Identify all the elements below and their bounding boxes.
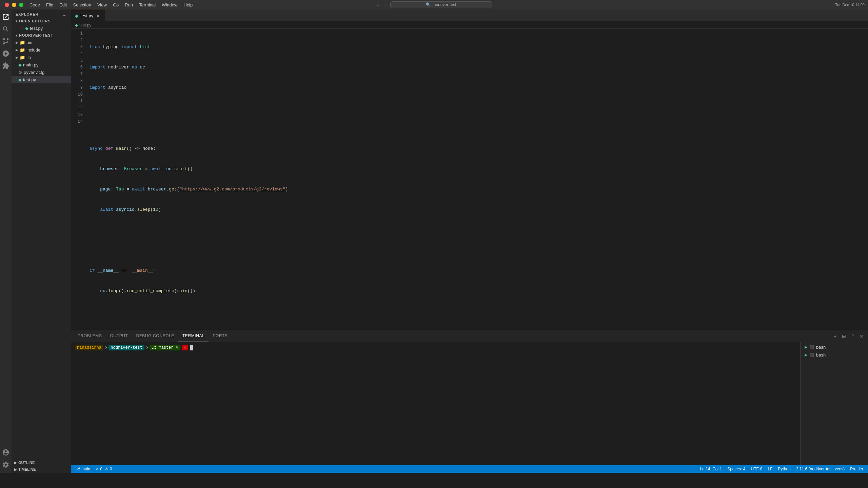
menu-go[interactable]: Go: [110, 2, 121, 8]
timeline-section[interactable]: ▶ Timeline: [12, 466, 71, 473]
warnings-count: 0: [110, 467, 112, 471]
close-file-icon[interactable]: ✕: [21, 26, 24, 30]
language-status[interactable]: Python: [777, 467, 792, 471]
git-branch-label: main: [81, 467, 90, 471]
sidebar-more-actions[interactable]: ...: [63, 12, 67, 16]
terminal-instance-2[interactable]: ▶ ⬛ bash: [801, 351, 868, 359]
activity-bar: [0, 9, 12, 473]
folder-chevron-lib: ▶: [16, 56, 18, 59]
outline-label: Outline: [18, 461, 35, 465]
errors-count: 0: [100, 467, 102, 471]
tab-debug-console[interactable]: DEBUG CONSOLE: [132, 330, 178, 342]
tab-file-icon: ◆: [75, 13, 78, 18]
timeline-chevron: ▶: [14, 468, 17, 471]
menu-selection[interactable]: Selection: [70, 2, 94, 8]
tab-problems[interactable]: PROBLEMS: [74, 330, 106, 342]
terminal-instance-1[interactable]: ▶ ⬛ bash: [801, 343, 868, 351]
open-editors-section[interactable]: ▾ Open Editors: [12, 18, 71, 24]
line-col-status[interactable]: Ln 14, Col 1: [698, 467, 723, 471]
command-palette[interactable]: 🔍 nodriver-test: [390, 1, 492, 8]
folder-include[interactable]: ▶ 📁 include: [12, 46, 71, 54]
extensions-icon[interactable]: [1, 61, 11, 70]
error-icon: ✕: [96, 467, 99, 471]
accounts-icon[interactable]: [1, 448, 11, 457]
code-line-10: [86, 227, 868, 233]
vscode-main: Explorer ... ▾ Open Editors ✕ ◆ test.py …: [0, 9, 868, 473]
breadcrumb-file[interactable]: test.py: [79, 23, 91, 27]
activity-bar-bottom: [1, 448, 11, 473]
spaces-status[interactable]: Spaces: 4: [726, 467, 747, 471]
folder-label-bin: bin: [26, 40, 32, 45]
panel-actions: + ⊞ ⌃ ✕: [831, 332, 865, 340]
code-line-13: uc.loop().run_until_complete(main()): [86, 288, 868, 294]
line-ending-status[interactable]: LF: [767, 467, 774, 471]
menu-terminal[interactable]: Terminal: [136, 2, 158, 8]
menu-view[interactable]: View: [95, 2, 110, 8]
minimize-button[interactable]: [12, 3, 16, 7]
code-line-3: import asyncio: [86, 84, 868, 91]
term-arrow1: ❯: [105, 345, 107, 350]
folder-lib[interactable]: ▶ 📁 lib: [12, 54, 71, 61]
encoding-status[interactable]: UTF-8: [750, 467, 764, 471]
file-icon-testpy2: ◆: [18, 77, 22, 82]
git-branch-icon: ⎇: [76, 467, 80, 471]
folder-bin[interactable]: ▶ 📁 bin: [12, 39, 71, 46]
source-control-icon[interactable]: [1, 37, 11, 46]
file-mainpy[interactable]: ◆ main.py: [12, 61, 71, 68]
sidebar-bottom: ▶ Outline ▶ Timeline: [12, 459, 71, 473]
errors-status[interactable]: ✕ 0 ⚠ 0: [94, 467, 113, 471]
code-editor[interactable]: 1 2 3 4 5 6 7 8 9 10 11 12 13 14 from ty…: [71, 29, 868, 330]
maximize-panel-button[interactable]: ⌃: [849, 332, 856, 340]
tab-output[interactable]: OUTPUT: [106, 330, 132, 342]
settings-icon[interactable]: [1, 460, 11, 469]
panel-area: PROBLEMS OUTPUT DEBUG CONSOLE TERMINAL P…: [71, 330, 868, 465]
nav-back[interactable]: ←: [376, 2, 380, 7]
folder-chevron-bin: ▶: [16, 41, 18, 44]
menu-bar: Code File Edit Selection View Go Run Ter…: [27, 2, 195, 8]
explorer-icon[interactable]: [1, 12, 11, 22]
close-button[interactable]: [5, 3, 9, 7]
menu-window[interactable]: Window: [159, 2, 180, 8]
search-icon[interactable]: [1, 24, 11, 34]
close-panel-button[interactable]: ✕: [858, 332, 865, 340]
terminal-list: ▶ ⬛ bash ▶ ⬛ bash: [800, 342, 868, 465]
add-terminal-button[interactable]: +: [831, 332, 839, 340]
tab-terminal[interactable]: TERMINAL: [178, 330, 209, 342]
terminal-area[interactable]: ninadsinha ❯ nodriver-test ❯ ⎇ master ✎ …: [71, 342, 800, 465]
code-line-8: page: Tab = await browser.get("https://w…: [86, 186, 868, 193]
menu-edit[interactable]: Edit: [57, 2, 70, 8]
maximize-button[interactable]: [19, 3, 23, 7]
breadcrumb: ◆ test.py: [71, 21, 868, 29]
menu-file[interactable]: File: [43, 2, 56, 8]
file-icon-mainpy: ◆: [18, 62, 22, 67]
open-file-label: test.py: [30, 26, 43, 31]
git-branch-status[interactable]: ⎇ main: [74, 467, 92, 471]
traffic-lights: [0, 3, 23, 7]
menu-help[interactable]: Help: [181, 2, 195, 8]
outline-section[interactable]: ▶ Outline: [12, 459, 71, 466]
tab-ports[interactable]: PORTS: [209, 330, 232, 342]
menu-code[interactable]: Code: [27, 2, 43, 8]
status-right: Ln 14, Col 1 Spaces: 4 UTF-8 LF Python 3…: [698, 467, 865, 471]
run-debug-icon[interactable]: [1, 49, 11, 58]
open-file-testpy[interactable]: ✕ ◆ test.py: [12, 24, 71, 32]
python-version-status[interactable]: 3.11.6 (nodriver-test: venv): [795, 467, 846, 471]
code-line-12: if __name__ == "__main__":: [86, 267, 868, 274]
system-icons: Tue Dec 10 14:00: [835, 3, 865, 7]
terminal-list-icon-bash2: ⬛: [809, 353, 814, 357]
file-testpy[interactable]: ◆ test.py: [12, 76, 71, 83]
menu-run[interactable]: Run: [122, 2, 136, 8]
code-line-6: async def main() -> None:: [86, 145, 868, 152]
tab-testpy[interactable]: ◆ test.py ✕: [71, 10, 105, 21]
project-chevron: ▾: [16, 34, 18, 37]
project-section[interactable]: ▾ NODRIVER-TEST: [12, 32, 71, 39]
term-x: ✕: [182, 345, 188, 350]
file-pyvenvcfg[interactable]: ⚙ pyvenv.cfg: [12, 68, 71, 76]
split-terminal-button[interactable]: ⊞: [840, 332, 848, 340]
code-line-5: [86, 125, 868, 132]
prettier-status[interactable]: Prettier: [849, 467, 865, 471]
code-content[interactable]: from typing import List import nodriver …: [86, 29, 868, 330]
folder-icon-include: 📁: [20, 47, 25, 53]
tab-close-button[interactable]: ✕: [95, 13, 101, 19]
nav-forward[interactable]: →: [383, 2, 388, 7]
